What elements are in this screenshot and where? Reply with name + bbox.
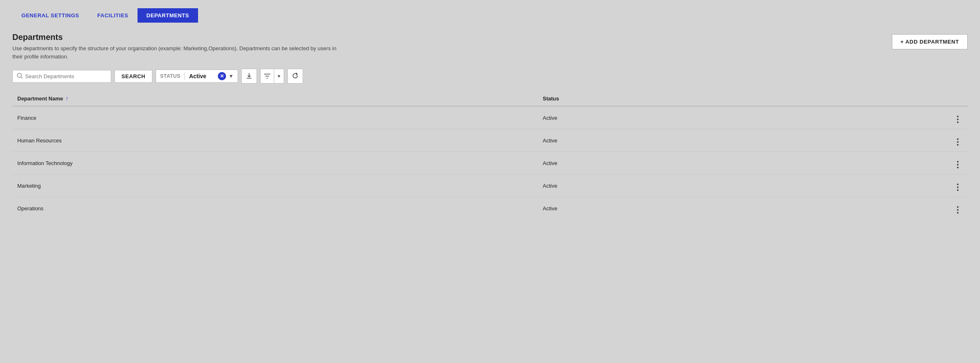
svg-line-1 <box>21 77 22 78</box>
refresh-button[interactable] <box>287 69 303 84</box>
status-filter-value: Active <box>189 73 215 79</box>
sort-name[interactable]: Department Name ↑ <box>17 95 68 102</box>
department-status: Active <box>538 129 872 152</box>
status-clear-button[interactable]: ✕ <box>218 72 226 80</box>
dot <box>957 212 959 214</box>
dot <box>957 206 959 208</box>
dot <box>957 141 959 143</box>
dot <box>957 164 959 165</box>
dot <box>957 138 959 140</box>
table-row: OperationsActive <box>12 197 968 220</box>
add-department-button[interactable]: + ADD DEPARTMENT <box>892 34 968 49</box>
more-options-button[interactable] <box>957 116 963 123</box>
table-header: Department Name ↑ Status <box>12 91 968 106</box>
dot <box>957 186 959 188</box>
dot <box>957 144 959 146</box>
page-title: Departments <box>12 33 342 42</box>
department-actions <box>872 152 968 175</box>
column-header-name: Department Name ↑ <box>12 91 538 106</box>
department-name: Information Technology <box>12 152 538 175</box>
section-header: Departments Use departments to specify t… <box>12 33 968 60</box>
download-icon <box>246 72 252 80</box>
page-description: Use departments to specify the structure… <box>12 44 342 60</box>
tab-general-settings[interactable]: GENERAL SETTINGS <box>12 8 88 23</box>
status-divider <box>184 72 185 80</box>
dot <box>957 184 959 185</box>
filter-dropdown-arrow: ▼ <box>274 69 284 83</box>
dot <box>957 167 959 168</box>
more-options-button[interactable] <box>957 206 963 214</box>
page-container: GENERAL SETTINGS FACILITIES DEPARTMENTS … <box>0 0 980 228</box>
table-row: MarketingActive <box>12 175 968 197</box>
department-actions <box>872 106 968 129</box>
dot <box>957 119 959 120</box>
status-filter: STATUS Active ✕ ▼ <box>156 70 238 83</box>
department-name: Finance <box>12 106 538 129</box>
department-status: Active <box>538 175 872 197</box>
tab-facilities[interactable]: FACILITIES <box>88 8 137 23</box>
dot <box>957 116 959 117</box>
sort-arrow-up: ↑ <box>65 95 68 102</box>
download-button[interactable] <box>241 69 257 84</box>
dot <box>957 209 959 211</box>
department-name: Marketing <box>12 175 538 197</box>
department-status: Active <box>538 152 872 175</box>
dot <box>957 189 959 191</box>
column-header-actions <box>872 91 968 106</box>
department-name: Operations <box>12 197 538 220</box>
status-dropdown-arrow[interactable]: ▼ <box>229 73 233 79</box>
department-status: Active <box>538 106 872 129</box>
more-options-button[interactable] <box>957 184 963 191</box>
table-header-row: Department Name ↑ Status <box>12 91 968 106</box>
filter-icon <box>261 69 274 83</box>
search-input[interactable] <box>25 73 107 79</box>
filter-button[interactable]: ▼ <box>260 69 284 84</box>
department-actions <box>872 197 968 220</box>
table-row: Human ResourcesActive <box>12 129 968 152</box>
more-options-button[interactable] <box>957 138 963 146</box>
departments-table: Department Name ↑ Status FinanceActiveHu… <box>12 91 968 219</box>
department-actions <box>872 175 968 197</box>
refresh-icon <box>292 72 299 80</box>
dot <box>957 121 959 123</box>
department-actions <box>872 129 968 152</box>
dot <box>957 161 959 163</box>
column-header-status: Status <box>538 91 872 106</box>
tab-departments[interactable]: DEPARTMENTS <box>138 8 198 23</box>
search-button[interactable]: SEARCH <box>114 70 152 83</box>
search-box <box>12 70 111 83</box>
status-filter-label: STATUS <box>160 73 180 79</box>
table-row: Information TechnologyActive <box>12 152 968 175</box>
more-options-button[interactable] <box>957 161 963 168</box>
department-name: Human Resources <box>12 129 538 152</box>
tab-bar: GENERAL SETTINGS FACILITIES DEPARTMENTS <box>12 8 968 23</box>
table-row: FinanceActive <box>12 106 968 129</box>
table-body: FinanceActiveHuman ResourcesActiveInform… <box>12 106 968 219</box>
search-icon <box>17 73 23 80</box>
filter-bar: SEARCH STATUS Active ✕ ▼ ▼ <box>12 69 968 84</box>
department-status: Active <box>538 197 872 220</box>
section-info: Departments Use departments to specify t… <box>12 33 342 60</box>
